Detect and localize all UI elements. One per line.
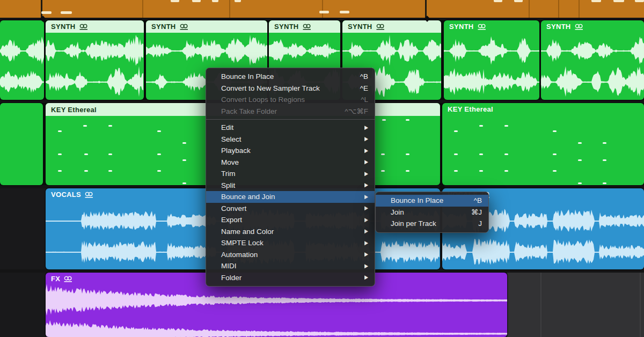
empty-arrange-area[interactable] bbox=[507, 273, 644, 337]
midi-note bbox=[454, 170, 458, 172]
menu-item-midi[interactable]: MIDI▶ bbox=[206, 260, 375, 272]
submenu-arrow-icon: ▶ bbox=[364, 275, 368, 281]
menu-item-shortcut: ^L bbox=[361, 96, 368, 104]
midi-note bbox=[108, 170, 112, 172]
midi-note bbox=[635, 0, 644, 2]
midi-note bbox=[212, 0, 218, 2]
menu-item-label: Split bbox=[221, 181, 359, 189]
menu-item-label: Join bbox=[391, 208, 464, 216]
midi-note bbox=[157, 153, 161, 155]
menu-item-convert-loops-to-regions[interactable]: Convert Loops to Regions^L bbox=[206, 94, 375, 106]
menu-item-shortcut: ^⌥⌘F bbox=[345, 107, 368, 115]
loop-icon bbox=[79, 24, 89, 30]
midi-track-lane[interactable] bbox=[0, 0, 644, 18]
midi-region-divider bbox=[558, 0, 559, 18]
midi-region-divider bbox=[579, 0, 580, 18]
clip-title: SYNTH bbox=[274, 23, 299, 31]
clip-header: SYNTH bbox=[46, 20, 144, 33]
menu-item-label: Move bbox=[221, 158, 359, 166]
clip-header: SYNTH bbox=[269, 20, 340, 33]
submenu-arrow-icon: ▶ bbox=[364, 263, 368, 269]
midi-region-divider bbox=[322, 0, 323, 18]
submenu-arrow-icon: ▶ bbox=[364, 252, 368, 258]
menu-item-shortcut: ^B bbox=[360, 72, 368, 80]
midi-note bbox=[504, 125, 508, 127]
menu-item-edit[interactable]: Edit▶ bbox=[206, 122, 375, 134]
clip-title: FX bbox=[51, 275, 73, 283]
menu-item-join-per-track[interactable]: Join per TrackJ bbox=[376, 218, 488, 230]
submenu-arrow-icon: ▶ bbox=[364, 194, 368, 200]
clip-title-text: SYNTH bbox=[546, 23, 571, 31]
midi-region-divider bbox=[142, 0, 143, 18]
menu-item-bounce-in-place[interactable]: Bounce In Place^B bbox=[376, 195, 488, 207]
synth-clip[interactable]: SYNTH bbox=[444, 20, 539, 100]
menu-item-name-and-color[interactable]: Name and Color▶ bbox=[206, 226, 375, 238]
submenu-arrow-icon: ▶ bbox=[364, 159, 368, 166]
menu-item-trim[interactable]: Trim▶ bbox=[206, 168, 375, 180]
midi-note bbox=[41, 11, 52, 14]
midi-note bbox=[157, 170, 161, 172]
waveform bbox=[46, 33, 144, 100]
menu-item-convert[interactable]: Convert▶ bbox=[206, 203, 375, 215]
midi-note bbox=[83, 125, 87, 127]
midi-note bbox=[340, 11, 349, 13]
menu-item-smpte-lock[interactable]: SMPTE Lock▶ bbox=[206, 237, 375, 249]
menu-item-label: Join per Track bbox=[391, 219, 471, 228]
menu-item-label: Convert bbox=[221, 204, 359, 213]
menu-item-label: Playback bbox=[221, 146, 359, 155]
midi-note bbox=[553, 130, 557, 132]
midi-note bbox=[182, 182, 186, 184]
midi-note bbox=[454, 130, 458, 132]
menu-item-shortcut: ⌘J bbox=[471, 208, 482, 216]
midi-note bbox=[84, 153, 88, 155]
midi-note bbox=[381, 153, 385, 155]
synth-clip[interactable]: SYNTH bbox=[541, 20, 644, 100]
menu-item-folder[interactable]: Folder▶ bbox=[206, 272, 375, 284]
menu-item-label: SMPTE Lock bbox=[221, 239, 359, 247]
menu-item-label: Folder bbox=[221, 274, 359, 282]
bounce-and-join-submenu: Bounce In Place^BJoin⌘JJoin per TrackJ bbox=[375, 192, 489, 233]
menu-item-label: Automation bbox=[221, 251, 359, 259]
midi-note bbox=[381, 170, 385, 172]
menu-item-convert-to-new-sampler-track[interactable]: Convert to New Sampler Track^E bbox=[206, 83, 375, 94]
midi-note bbox=[603, 159, 606, 161]
menu-item-label: Bounce In Place bbox=[391, 196, 466, 204]
midi-note bbox=[454, 153, 458, 155]
menu-item-bounce-in-place[interactable]: Bounce In Place^B bbox=[206, 71, 375, 83]
clip-title-text: VOCALS bbox=[51, 191, 81, 199]
menu-item-join[interactable]: Join⌘J bbox=[376, 207, 488, 218]
clip-title-text: FX bbox=[51, 275, 60, 283]
synth-clip[interactable]: SYNTH bbox=[46, 20, 144, 100]
menu-item-label: Export bbox=[221, 216, 359, 224]
loop-icon bbox=[303, 24, 312, 30]
midi-note bbox=[578, 142, 582, 144]
submenu-arrow-icon: ▶ bbox=[364, 206, 368, 212]
midi-note bbox=[192, 0, 201, 2]
menu-item-select[interactable]: Select▶ bbox=[206, 134, 375, 145]
clip-title: SYNTH bbox=[449, 23, 487, 31]
menu-item-shortcut: ^E bbox=[360, 84, 368, 92]
midi-note bbox=[84, 170, 88, 172]
menu-item-move[interactable]: Move▶ bbox=[206, 157, 375, 169]
clip-title: SYNTH bbox=[51, 23, 76, 31]
menu-item-bounce-and-join[interactable]: Bounce and Join▶ bbox=[206, 191, 375, 203]
submenu-arrow-icon: ▶ bbox=[364, 124, 368, 131]
midi-note bbox=[58, 153, 62, 155]
menu-item-playback[interactable]: Playback▶ bbox=[206, 145, 375, 157]
synth-clip[interactable] bbox=[0, 20, 44, 100]
menu-item-shortcut: J bbox=[478, 219, 482, 228]
menu-item-split[interactable]: Split▶ bbox=[206, 180, 375, 192]
loop-icon bbox=[478, 24, 487, 30]
key-clip[interactable] bbox=[0, 103, 43, 185]
midi-note bbox=[578, 159, 582, 161]
midi-note bbox=[171, 0, 179, 2]
menu-item-automation[interactable]: Automation▶ bbox=[206, 249, 375, 261]
key-clip[interactable]: KEY Ethereal bbox=[442, 103, 644, 185]
menu-item-pack-take-folder[interactable]: Pack Take Folder^⌥⌘F bbox=[206, 106, 375, 118]
menu-item-label: Name and Color bbox=[221, 228, 359, 236]
loop-icon bbox=[180, 24, 189, 30]
submenu-arrow-icon: ▶ bbox=[364, 229, 368, 235]
menu-item-label: MIDI bbox=[221, 262, 359, 270]
menu-item-export[interactable]: Export▶ bbox=[206, 214, 375, 226]
midi-note bbox=[58, 170, 62, 172]
